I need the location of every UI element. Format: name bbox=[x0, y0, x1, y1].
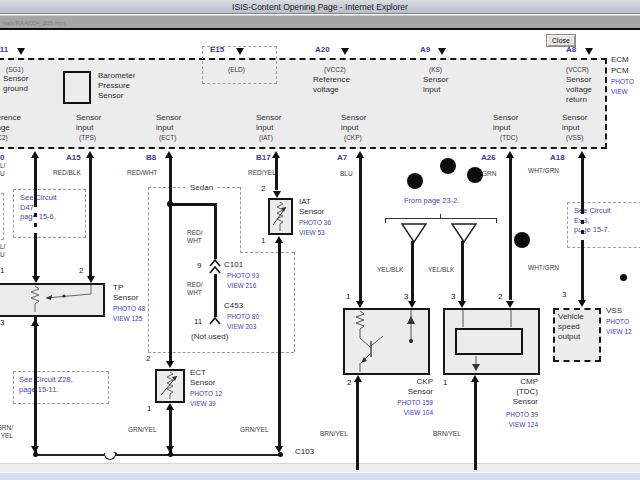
ect-pin2-number: 2 bbox=[146, 354, 150, 364]
ect-photo-link[interactable]: PHOTO 12 bbox=[190, 390, 222, 398]
cmp-photo-link[interactable]: PHOTO 39 bbox=[492, 411, 538, 419]
ecm-tag-ckp: (CKP) bbox=[344, 134, 362, 142]
pin-symbol-a18-icon bbox=[578, 151, 586, 158]
iat-photo-link[interactable]: PHOTO 36 bbox=[299, 219, 331, 227]
wire-b8 bbox=[169, 157, 172, 361]
ecm-label-vss-input: Sensor input bbox=[562, 113, 587, 133]
ink-dot bbox=[407, 173, 423, 189]
ecm-tag-vccr: (VCCR) bbox=[566, 66, 589, 74]
wire-color-yel-blk-2: YEL/BLK bbox=[428, 266, 454, 274]
iat-view-link[interactable]: VIEW 53 bbox=[299, 229, 325, 237]
iat-internal-circuit bbox=[268, 198, 293, 235]
bottom-gray-strip bbox=[0, 463, 640, 472]
ecm-label-ks-input: Sensor input bbox=[423, 75, 448, 95]
ecm-label-iat-input: Sensor input bbox=[256, 113, 281, 133]
ink-dot bbox=[514, 232, 530, 248]
wire-color-wht-grn-1: WHT/GRN bbox=[528, 167, 559, 175]
note-link-z28[interactable]: See Circuit Z28, page 15-11. bbox=[19, 375, 73, 394]
ecm-label-reference-voltage: Reference voltage bbox=[313, 75, 350, 95]
wire-color-red-yel: RED/YEL bbox=[248, 169, 276, 177]
vss-view-link[interactable]: VIEW 12 bbox=[606, 328, 632, 336]
pin-symbol-a8-icon bbox=[585, 48, 593, 55]
wire-color-grn-yel-ect: GRN/YEL bbox=[128, 426, 157, 434]
vss-box-label: Vehicle speed output bbox=[558, 312, 584, 343]
wire-hop-icon bbox=[104, 453, 116, 460]
wire-branch-c101-upper bbox=[214, 203, 217, 259]
wire-branch-b bbox=[461, 241, 464, 302]
wire-color-brn-yel-2: BRN/YEL bbox=[433, 430, 461, 438]
c101-view-link[interactable]: VIEW 216 bbox=[227, 282, 256, 290]
wire-color-red-wht: RED/WHT bbox=[127, 169, 157, 177]
ecm-label-tps-input: Sensor input bbox=[76, 113, 101, 133]
vss-photo-link[interactable]: PHOTO bbox=[606, 318, 629, 326]
c101-photo-link[interactable]: PHOTO 93 bbox=[227, 272, 259, 280]
tp-pin2-symbol-icon bbox=[87, 276, 95, 283]
c101-pin-number: 9 bbox=[197, 261, 201, 271]
cmp-pin2-symbol-icon bbox=[506, 301, 514, 308]
unit-view-link[interactable]: VIEW bbox=[611, 88, 628, 96]
ckp-pin1-symbol-icon bbox=[356, 301, 364, 308]
pin-label-a26: A26 bbox=[481, 153, 496, 163]
junction-dot bbox=[167, 201, 173, 207]
ecm-label-sensor-ground: Sensor ground bbox=[3, 74, 28, 94]
cmp-pin1-symbol-icon bbox=[471, 375, 479, 382]
ect-sensor-label: ECT Sensor bbox=[190, 368, 215, 388]
ecm-tag-ks: (KS) bbox=[429, 66, 442, 74]
bracket-tick-right bbox=[496, 218, 497, 223]
iat-sensor-label: IAT Sensor bbox=[299, 197, 324, 217]
bracket-tick-left bbox=[385, 218, 386, 223]
not-used-label: (Not used) bbox=[191, 332, 228, 342]
wire-color-red-wht2-1: RED/ WHT bbox=[187, 229, 203, 246]
ect-view-link[interactable]: VIEW 39 bbox=[190, 400, 216, 408]
vss-pin3-number: 3 bbox=[562, 290, 566, 300]
wire-color-brn-yel-1: BRN/YEL bbox=[320, 430, 348, 438]
tp-photo-link[interactable]: PHOTO 48 bbox=[113, 305, 145, 313]
c453-view-link[interactable]: VIEW 203 bbox=[227, 323, 256, 331]
pin-symbol-b17-icon bbox=[272, 151, 280, 158]
ecm-label-voltage-return: Sensor voltage return bbox=[566, 75, 592, 106]
ink-dot bbox=[440, 158, 456, 174]
wire-cmp-pin1 bbox=[474, 381, 477, 470]
c453-connector-icon bbox=[208, 316, 222, 325]
tp-view-link[interactable]: VIEW 125 bbox=[113, 315, 142, 323]
tp-pin3-symbol-icon bbox=[31, 319, 39, 326]
wire-ground-bus bbox=[35, 454, 282, 456]
note-link-d47[interactable]: See Circuit D47, page 15-6. bbox=[20, 193, 57, 222]
ckp-photo-link[interactable]: PHOTO 159 bbox=[383, 399, 433, 407]
cmp-pin3-symbol-icon bbox=[458, 301, 466, 308]
pin-symbol-a9-icon bbox=[438, 48, 446, 55]
sedan-label: Sedan bbox=[188, 183, 215, 193]
c453-photo-link[interactable]: PHOTO 80 bbox=[227, 313, 259, 321]
wire-a15 bbox=[89, 157, 92, 276]
pin-label-b8: B8 bbox=[146, 153, 156, 163]
ckp-internal-circuit bbox=[343, 308, 430, 375]
wire-gap bbox=[580, 224, 585, 230]
ecm-tag-eld: (ELD) bbox=[228, 66, 245, 74]
note-link-from-page[interactable]: From page 23-2. bbox=[404, 196, 459, 206]
pin-symbol-a26-icon bbox=[506, 151, 514, 158]
unit-label-ecm: ECM bbox=[611, 55, 629, 65]
pin-label-a15: A15 bbox=[66, 153, 81, 163]
pin-label-a18: A18 bbox=[550, 153, 565, 163]
cmp-view-link[interactable]: VIEW 124 bbox=[492, 421, 538, 429]
pin-label-a20: A20 bbox=[315, 45, 330, 55]
cmp-sensor-label: CMP (TDC) Sensor bbox=[492, 377, 538, 408]
ecm-label-ckp-input: Sensor input bbox=[341, 113, 366, 133]
note-link-e93[interactable]: See Circuit E93, page 15-7. bbox=[574, 206, 611, 235]
ecm-tag-vss: (VSS) bbox=[566, 134, 583, 142]
wire-gap bbox=[33, 217, 38, 223]
junction-dot bbox=[278, 452, 283, 457]
pin-label-b17: B17 bbox=[256, 153, 271, 163]
ckp-view-link[interactable]: VIEW 104 bbox=[383, 409, 433, 417]
address-text: nals/RAAI004_205.htm bbox=[3, 20, 65, 26]
pin-symbol-a7-icon bbox=[356, 151, 364, 158]
c453-label: C453 bbox=[224, 301, 243, 311]
ecm-tag-vcc2-left: (VCC2) bbox=[0, 134, 8, 142]
note-box-left-clipped bbox=[0, 193, 4, 240]
close-button[interactable]: Close bbox=[546, 34, 576, 47]
ckp-pin3-symbol-icon bbox=[408, 301, 416, 308]
pin-symbol-b8-icon bbox=[165, 151, 173, 158]
unit-photo-link[interactable]: PHOTO bbox=[611, 78, 634, 86]
sedan-box-left bbox=[148, 187, 149, 352]
vss-label: VSS bbox=[606, 306, 622, 316]
